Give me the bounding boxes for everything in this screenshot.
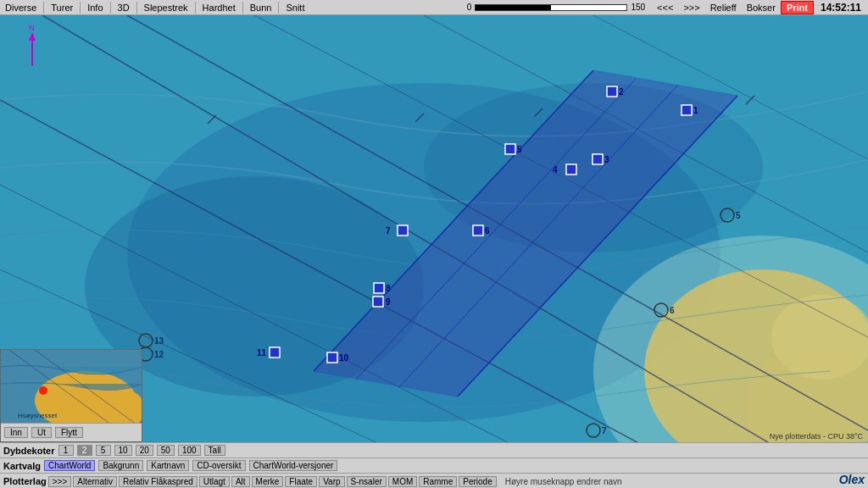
svg-rect-27 <box>607 86 617 97</box>
svg-text:Hsøysnesset: Hsøysnesset <box>18 412 58 419</box>
range-start: 0 <box>467 3 472 12</box>
olex-logo: Olex <box>839 473 865 486</box>
svg-rect-37 <box>398 225 408 236</box>
minimap-controls: Inn Ut Flytt <box>1 423 142 441</box>
kart-chartworld-versjon[interactable]: ChartWorld-versjoner <box>249 460 338 471</box>
menu-diverse[interactable]: Diverse <box>0 3 42 13</box>
menu-hardhet[interactable]: Hardhet <box>198 3 241 13</box>
depth-btn-1[interactable]: 1 <box>58 445 74 456</box>
depth-btn-100[interactable]: 100 <box>178 445 201 456</box>
svg-text:3: 3 <box>604 155 609 164</box>
inn-button[interactable]: Inn <box>4 427 28 438</box>
svg-text:4: 4 <box>553 165 558 175</box>
flytt-button[interactable]: Flytt <box>55 427 83 438</box>
plot-alt[interactable]: Alt <box>231 476 250 487</box>
cpu-info: Nye plotterdats - CPU 38°C <box>770 432 863 441</box>
menu-slepestrek[interactable]: Slepestrek <box>139 3 193 13</box>
svg-rect-41 <box>373 297 383 307</box>
status-text: Høyre museknapp endrer navn <box>505 477 622 486</box>
svg-text:13: 13 <box>154 336 164 346</box>
svg-text:11: 11 <box>257 348 267 358</box>
svg-text:10: 10 <box>339 353 349 363</box>
minimap[interactable]: Hsøysnesset Inn Ut Flytt <box>0 349 142 442</box>
time-display: 14:52:11 <box>814 2 868 14</box>
sep3 <box>110 2 111 14</box>
depth-btn-5[interactable]: 5 <box>96 445 111 456</box>
svg-text:6: 6 <box>670 306 675 315</box>
svg-text:5: 5 <box>517 145 522 154</box>
svg-rect-39 <box>374 283 384 293</box>
menu-info[interactable]: Info <box>82 3 108 13</box>
sep6 <box>242 2 243 14</box>
ut-button[interactable]: Ut <box>31 427 52 438</box>
svg-rect-43 <box>327 352 337 363</box>
svg-text:7: 7 <box>602 426 607 435</box>
plot-flaate[interactable]: Flaate <box>285 476 317 487</box>
svg-rect-45 <box>270 347 280 358</box>
svg-rect-35 <box>473 225 483 236</box>
plot-varp[interactable]: Varp <box>319 476 344 487</box>
sep4 <box>136 2 137 14</box>
plotterlag-label: Plotterlag <box>3 476 47 486</box>
sep5 <box>195 2 196 14</box>
svg-text:7: 7 <box>386 226 391 236</box>
plot-periode[interactable]: Periode <box>459 476 496 487</box>
menu-3d[interactable]: 3D <box>113 3 135 13</box>
kart-chartworld[interactable]: ChartWorld <box>44 460 95 471</box>
plot-ramme[interactable]: Ramme <box>419 476 457 487</box>
kartvalg-label: Kartvalg <box>3 461 41 471</box>
svg-text:N: N <box>29 24 35 32</box>
plotterlag-row: Plotterlag >>> Alternativ Relativ Flåkas… <box>0 474 868 488</box>
relief-btn[interactable]: Relieff <box>705 3 742 13</box>
plot-snsaler[interactable]: S-nsaler <box>347 476 387 487</box>
kart-cd-oversikt[interactable]: CD-oversikt <box>192 460 245 471</box>
nav-right-btn[interactable]: >>> <box>678 3 704 13</box>
bokser-btn[interactable]: Bokser <box>742 3 781 13</box>
svg-rect-31 <box>566 164 576 175</box>
menu-bar: Diverse Turer Info 3D Slepestrek Hardhet… <box>0 0 868 15</box>
plot-merke[interactable]: Merke <box>252 476 284 487</box>
svg-text:9: 9 <box>386 297 391 307</box>
print-button[interactable]: Print <box>781 1 814 14</box>
plot-alternativ[interactable]: Alternativ <box>73 476 117 487</box>
depth-row: Dybdekoter 1 2 5 10 20 50 100 Tall <box>0 443 868 458</box>
depth-btn-tall[interactable]: Tall <box>204 445 225 456</box>
scale-bar: 0 150 <box>460 3 652 12</box>
plotterlag-nav[interactable]: >>> <box>48 476 72 487</box>
depth-btn-50[interactable]: 50 <box>157 445 175 456</box>
svg-text:2: 2 <box>619 87 624 97</box>
scale-line <box>475 4 627 11</box>
depth-btn-2[interactable]: 2 <box>77 445 92 456</box>
menu-turer[interactable]: Turer <box>46 3 78 13</box>
svg-rect-29 <box>593 154 603 164</box>
svg-text:5: 5 <box>736 211 741 220</box>
range-end: 150 <box>631 3 645 12</box>
menu-snitt[interactable]: Snitt <box>281 3 309 13</box>
kartvalg-row: Kartvalg ChartWorld Bakgrunn Kartnavn CD… <box>0 458 868 474</box>
kart-kartnavn[interactable]: Kartnavn <box>147 460 189 471</box>
svg-point-65 <box>39 386 47 395</box>
kart-bakgrunn[interactable]: Bakgrunn <box>98 460 143 471</box>
menu-bunn[interactable]: Bunn <box>245 3 277 13</box>
plot-mom[interactable]: MOM <box>388 476 417 487</box>
svg-text:6: 6 <box>485 226 490 236</box>
svg-text:12: 12 <box>154 350 164 359</box>
depth-label: Dybdekoter <box>3 446 55 456</box>
plot-utlagt[interactable]: Utlagt <box>199 476 230 487</box>
sep1 <box>43 2 44 14</box>
svg-rect-25 <box>682 105 692 115</box>
nav-left-btn[interactable]: <<< <box>652 3 678 13</box>
svg-text:8: 8 <box>386 284 391 293</box>
plot-relativ[interactable]: Relativ Flåkaspred <box>119 476 198 487</box>
depth-btn-10[interactable]: 10 <box>114 445 132 456</box>
sep2 <box>80 2 81 14</box>
sep7 <box>278 2 279 14</box>
svg-rect-33 <box>505 144 515 154</box>
svg-text:1: 1 <box>693 106 698 115</box>
depth-btn-20[interactable]: 20 <box>136 445 153 456</box>
bottom-panel: Dybdekoter 1 2 5 10 20 50 100 Tall Kartv… <box>0 442 868 488</box>
